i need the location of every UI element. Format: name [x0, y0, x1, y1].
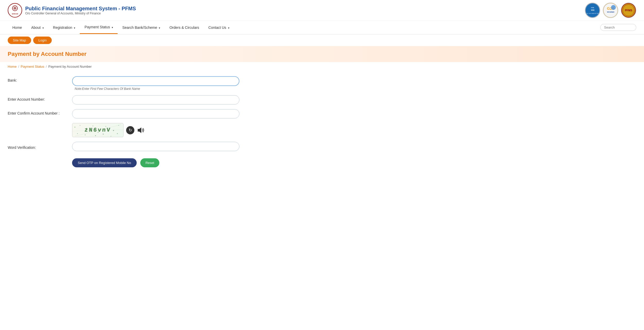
confirm-account-wrap	[72, 109, 239, 118]
nav-payment-status[interactable]: Payment Status ▾	[80, 21, 118, 34]
confirm-account-input[interactable]	[72, 109, 239, 118]
svg-point-30	[111, 136, 111, 137]
captcha-audio-button[interactable]	[137, 126, 145, 134]
page-banner-title: Payment by Account Number	[8, 51, 636, 57]
pfms-logo: PFMS	[621, 3, 636, 18]
breadcrumb: Home / Payment Status / Payment by Accou…	[0, 62, 644, 71]
svg-point-28	[95, 135, 96, 136]
breadcrumb-home[interactable]: Home	[8, 65, 17, 68]
svg-point-31	[117, 133, 118, 134]
svg-text:भारत: भारत	[591, 9, 595, 11]
svg-point-26	[77, 133, 78, 134]
svg-point-25	[118, 125, 119, 126]
gov-logo: सत्यमेव जयते	[8, 3, 22, 18]
svg-text:भारत अध्यक्षता: भारत अध्यक्षता	[607, 11, 615, 13]
sitemap-button[interactable]: Site Map	[8, 37, 31, 44]
site-header: सत्यमेव जयते Public Financial Management…	[0, 0, 644, 21]
bank-input-wrap: Note:Enter First Few Characters Of Bank …	[72, 76, 239, 91]
audio-icon	[137, 126, 145, 134]
svg-point-14	[611, 5, 616, 10]
nav-about[interactable]: About ▾	[27, 21, 48, 34]
refresh-icon: ↻	[129, 128, 132, 133]
nav-links: Home About ▾ Registration ▾ Payment Stat…	[8, 21, 234, 34]
word-verify-input[interactable]	[72, 142, 239, 151]
search-input[interactable]	[600, 24, 636, 31]
login-button[interactable]: Login	[33, 37, 52, 44]
svg-text:सत्यमेव जयते: सत्यमेव जयते	[12, 13, 18, 15]
breadcrumb-current: Payment by Account Number	[48, 65, 92, 68]
page-banner: Payment by Account Number	[0, 46, 644, 62]
svg-text:स्वच्छ: स्वच्छ	[591, 7, 594, 8]
account-label: Enter Account Number:	[8, 95, 72, 101]
bank-input-note: Note:Enter First Few Characters Of Bank …	[72, 87, 239, 91]
about-arrow: ▾	[42, 27, 44, 29]
bank-input[interactable]	[72, 76, 239, 86]
svg-point-21	[93, 126, 93, 126]
payment-status-arrow: ▾	[112, 26, 113, 29]
svg-text:एक कदम स्वच्छता की ओर: एक कदम स्वच्छता की ओर	[586, 13, 599, 14]
action-row: Send OTP on Registered Mobile No Reset	[8, 158, 239, 167]
confirm-account-row: Enter Confirm Account Number :	[8, 109, 239, 118]
captcha-wrap: zN6vnV ↻	[72, 123, 239, 137]
confirm-account-label: Enter Confirm Account Number :	[8, 109, 72, 115]
send-otp-button[interactable]: Send OTP on Registered Mobile No	[72, 158, 137, 167]
contact-arrow: ▾	[228, 27, 229, 29]
nav-home[interactable]: Home	[8, 21, 27, 34]
nav-orders[interactable]: Orders & Circulars	[165, 21, 204, 34]
nav-buttons: Site Map Login	[0, 34, 644, 46]
svg-point-19	[80, 125, 81, 126]
word-verify-label: Word Verification:	[8, 143, 72, 150]
svg-point-24	[113, 130, 114, 131]
breadcrumb-payment-status[interactable]: Payment Status	[21, 65, 44, 68]
registration-arrow: ▾	[74, 27, 75, 29]
header-logos: स्वच्छ भारत एक कदम स्वच्छता की ओर G20 भा…	[585, 3, 636, 18]
g20-logo: G20 भारत अध्यक्षता	[603, 3, 618, 18]
captcha-refresh-button[interactable]: ↻	[126, 126, 134, 134]
account-input-wrap	[72, 95, 239, 105]
header-title: Public Financial Management System - PFM…	[25, 6, 136, 15]
search-bank-arrow: ▾	[159, 27, 160, 29]
captcha-image: zN6vnV	[72, 123, 124, 137]
account-number-input[interactable]	[72, 95, 239, 105]
bank-row: Bank: Note:Enter First Few Characters Of…	[8, 76, 239, 91]
header-left: सत्यमेव जयते Public Financial Management…	[8, 3, 136, 18]
reset-button[interactable]: Reset	[140, 158, 159, 167]
svg-point-18	[74, 127, 75, 128]
breadcrumb-sep-1: /	[18, 65, 19, 68]
nav-search-bank[interactable]: Search Bank/Scheme ▾	[118, 21, 165, 34]
nav-registration[interactable]: Registration ▾	[48, 21, 80, 34]
account-number-row: Enter Account Number:	[8, 95, 239, 105]
bank-label: Bank:	[8, 76, 72, 82]
nav-contact[interactable]: Contact Us ▾	[204, 21, 234, 34]
captcha-row: zN6vnV ↻	[8, 123, 239, 137]
svg-text:PFMS: PFMS	[625, 9, 632, 12]
word-verify-row: Word Verification:	[8, 142, 239, 151]
svg-marker-34	[138, 127, 141, 133]
word-verify-wrap	[72, 142, 239, 151]
form-container: Bank: Note:Enter First Few Characters Of…	[8, 76, 239, 167]
form-section: Bank: Note:Enter First Few Characters Of…	[0, 71, 644, 178]
svg-point-29	[103, 134, 104, 135]
captcha-text: zN6vnV	[84, 127, 111, 133]
swachh-bharat-logo: स्वच्छ भारत एक कदम स्वच्छता की ओर	[585, 3, 600, 18]
navbar: Home About ▾ Registration ▾ Payment Stat…	[0, 21, 644, 34]
breadcrumb-sep-2: /	[46, 65, 47, 68]
svg-point-27	[85, 134, 86, 135]
